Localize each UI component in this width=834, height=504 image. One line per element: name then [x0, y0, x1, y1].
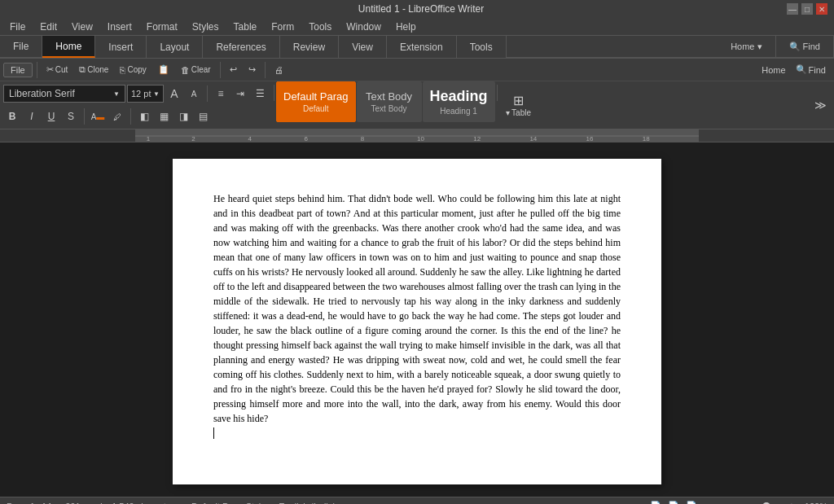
zoom-level: 120%	[801, 502, 827, 505]
svg-text:8: 8	[361, 135, 365, 142]
tab-extension[interactable]: Extension	[387, 36, 457, 58]
justify-button[interactable]: ▤	[194, 107, 212, 125]
home-label-right: Home	[762, 65, 785, 75]
menu-edit[interactable]: Edit	[33, 20, 64, 34]
status-icon-2[interactable]: 📄	[668, 501, 679, 504]
highlight-button[interactable]: 🖊	[108, 107, 126, 125]
sep-styles	[497, 85, 498, 101]
text-cursor	[213, 427, 214, 439]
collapse-toolbar-button[interactable]: ≫	[810, 96, 831, 114]
print-button[interactable]: 🖨	[270, 63, 288, 77]
tab-tools[interactable]: Tools	[457, 36, 507, 58]
font-selector[interactable]: Liberation Serif ▼	[3, 85, 125, 103]
ruler: 1 2 4 6 8 10 12 14 16 18	[0, 129, 834, 142]
svg-text:2: 2	[191, 135, 195, 142]
list-button[interactable]: ☰	[251, 85, 269, 103]
tab-home[interactable]: Home	[42, 36, 95, 58]
tab-bar: File Home Insert Layout References Revie…	[0, 36, 834, 59]
status-left: Page 1 of 1 291 words, 1,540 characters …	[7, 502, 336, 505]
sep-fmt	[207, 85, 208, 102]
italic-button[interactable]: I	[23, 107, 41, 125]
menu-table[interactable]: Table	[227, 20, 264, 34]
undo-button[interactable]: ↩	[225, 62, 242, 77]
clear-button[interactable]: 🗑 Clear	[176, 63, 216, 77]
page-style: Default Page Style	[191, 502, 266, 505]
status-icon-3[interactable]: 📄	[686, 501, 697, 504]
cut-button[interactable]: ✂ Cut	[42, 62, 73, 77]
svg-text:1: 1	[147, 135, 151, 142]
separator-3	[265, 62, 266, 78]
language: English (India)	[279, 502, 336, 505]
sep-fmt2	[84, 108, 85, 125]
size-dropdown-arrow: ▼	[153, 90, 160, 98]
status-icon-1[interactable]: 📄	[650, 501, 661, 504]
tab-file[interactable]: File	[0, 36, 42, 58]
menu-view[interactable]: View	[65, 20, 99, 34]
window-title: Untitled 1 - LibreOffice Writer	[55, 3, 787, 15]
tab-find[interactable]: 🔍 Find	[776, 36, 834, 58]
ruler-svg: 1 2 4 6 8 10 12 14 16 18	[135, 129, 699, 142]
table-button[interactable]: ⊞ ▾ Table	[499, 81, 538, 129]
menu-file[interactable]: File	[3, 20, 32, 34]
separator-2	[220, 62, 221, 78]
window-controls[interactable]: — □ ✕	[787, 3, 827, 15]
font-dropdown-arrow: ▼	[113, 90, 120, 98]
title-bar: Untitled 1 - LibreOffice Writer — □ ✕	[0, 0, 834, 18]
strikethrough-button[interactable]: S	[62, 107, 80, 125]
align-buttons[interactable]: ≡	[212, 85, 230, 103]
font-size-selector[interactable]: 12 pt ▼	[127, 85, 164, 103]
redo-button[interactable]: ↪	[244, 62, 261, 77]
ruler-inner: 1 2 4 6 8 10 12 14 16 18	[135, 129, 699, 142]
menu-tools[interactable]: Tools	[302, 20, 338, 34]
svg-text:6: 6	[305, 135, 309, 142]
status-right: 📄 📄 📄 − + 120%	[650, 500, 827, 505]
document-body[interactable]: He heard quiet steps behind him. That di…	[213, 191, 621, 426]
tab-insert[interactable]: Insert	[95, 36, 147, 58]
copy-button[interactable]: ⎘ Copy	[115, 63, 151, 77]
tab-references[interactable]: References	[203, 36, 279, 58]
svg-text:18: 18	[643, 135, 650, 142]
font-color-button[interactable]: A▬	[89, 107, 107, 125]
clone-button[interactable]: ⧉ Clone	[74, 62, 113, 77]
align-right-button[interactable]: ◨	[174, 107, 192, 125]
style-heading[interactable]: Heading Heading 1	[423, 81, 495, 122]
svg-text:12: 12	[473, 135, 481, 142]
align-center-button[interactable]: ▦	[155, 107, 173, 125]
menu-help[interactable]: Help	[389, 20, 423, 34]
tab-layout[interactable]: Layout	[147, 36, 203, 58]
paste-button[interactable]: 📋	[153, 62, 174, 77]
menu-window[interactable]: Window	[340, 20, 388, 34]
menu-styles[interactable]: Styles	[186, 20, 226, 34]
svg-text:10: 10	[417, 135, 424, 142]
tab-home-right[interactable]: Home ▾	[718, 36, 775, 58]
close-button[interactable]: ✕	[816, 3, 827, 15]
word-count: 291 words, 1,540 characters	[65, 502, 178, 505]
maximize-button[interactable]: □	[801, 3, 813, 15]
zoom-in-button[interactable]: +	[788, 500, 795, 505]
tab-review[interactable]: Review	[280, 36, 339, 58]
indent-button[interactable]: ⇥	[231, 85, 249, 103]
menu-format[interactable]: Format	[140, 20, 184, 34]
font-grow-button[interactable]: A	[165, 85, 183, 103]
style-default-paragraph[interactable]: Default Parag Default	[276, 81, 356, 122]
svg-text:4: 4	[248, 135, 252, 142]
svg-text:16: 16	[586, 135, 594, 142]
page-count: Page 1 of 1	[7, 502, 52, 505]
separator-1	[37, 62, 37, 78]
menu-form[interactable]: Form	[265, 20, 301, 34]
style-text-body[interactable]: Text Body Text Body	[357, 81, 422, 122]
font-shrink-button[interactable]: A	[185, 85, 203, 103]
align-left-button[interactable]: ◧	[135, 107, 153, 125]
find-button[interactable]: 🔍 Find	[791, 62, 831, 77]
underline-button[interactable]: U	[42, 107, 60, 125]
zoom-out-button[interactable]: −	[704, 500, 710, 505]
file-toolbar-btn[interactable]: File	[3, 63, 33, 77]
sep-fmt3	[130, 108, 131, 125]
menu-insert[interactable]: Insert	[101, 20, 138, 34]
bold-button[interactable]: B	[3, 107, 21, 125]
tab-view[interactable]: View	[339, 36, 387, 58]
document-area: He heard quiet steps behind him. That di…	[0, 142, 834, 497]
minimize-button[interactable]: —	[787, 3, 798, 15]
svg-text:14: 14	[529, 135, 537, 142]
page[interactable]: He heard quiet steps behind him. That di…	[173, 159, 661, 484]
